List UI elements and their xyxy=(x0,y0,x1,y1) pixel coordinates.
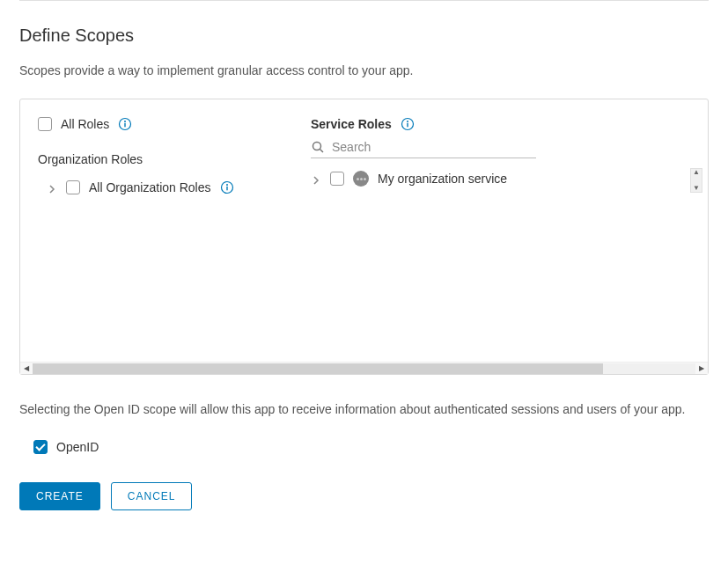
chevron-right-icon[interactable] xyxy=(311,173,321,184)
all-roles-label: All Roles xyxy=(61,117,109,131)
svg-point-7 xyxy=(407,121,408,122)
openid-description: Selecting the Open ID scope will allow t… xyxy=(19,399,709,419)
info-icon[interactable] xyxy=(401,117,415,131)
service-label: My organization service xyxy=(378,172,507,186)
service-roles-heading: Service Roles xyxy=(311,117,392,131)
info-icon[interactable] xyxy=(220,180,234,194)
scroll-thumb[interactable] xyxy=(33,363,603,374)
openid-label: OpenID xyxy=(56,440,99,454)
scroll-up-arrow[interactable]: ▲ xyxy=(693,169,700,176)
info-icon[interactable] xyxy=(118,117,132,131)
all-roles-checkbox[interactable] xyxy=(38,117,52,131)
scopes-description: Scopes provide a way to implement granul… xyxy=(19,63,709,77)
scopes-panel: All Roles Organization Roles All Organiz… xyxy=(19,99,709,375)
scroll-left-arrow[interactable]: ◀ xyxy=(20,363,33,375)
service-icon xyxy=(353,171,369,187)
svg-rect-2 xyxy=(125,123,126,128)
openid-checkbox[interactable] xyxy=(33,440,48,454)
scroll-right-arrow[interactable]: ▶ xyxy=(695,363,708,375)
horizontal-scrollbar[interactable]: ◀ ▶ xyxy=(20,362,708,374)
search-field[interactable] xyxy=(311,140,536,158)
search-icon xyxy=(311,140,325,154)
all-org-roles-label: All Organization Roles xyxy=(89,180,211,194)
svg-rect-5 xyxy=(226,187,227,191)
scroll-down-arrow[interactable]: ▼ xyxy=(693,185,700,192)
cancel-button[interactable]: CANCEL xyxy=(111,482,193,510)
svg-point-9 xyxy=(313,143,321,150)
chevron-right-icon[interactable] xyxy=(47,182,57,193)
svg-point-4 xyxy=(226,184,228,186)
vertical-scrollbar[interactable]: ▲ ▼ xyxy=(690,168,702,193)
svg-point-1 xyxy=(124,121,126,122)
page-heading: Define Scopes xyxy=(19,26,709,46)
svg-rect-8 xyxy=(407,123,408,128)
svg-line-10 xyxy=(320,150,324,153)
org-roles-heading: Organization Roles xyxy=(38,152,311,166)
service-checkbox[interactable] xyxy=(330,172,344,186)
all-org-roles-checkbox[interactable] xyxy=(66,180,80,194)
create-button[interactable]: CREATE xyxy=(19,482,100,510)
scroll-track[interactable] xyxy=(33,363,695,374)
search-input[interactable] xyxy=(332,140,536,154)
